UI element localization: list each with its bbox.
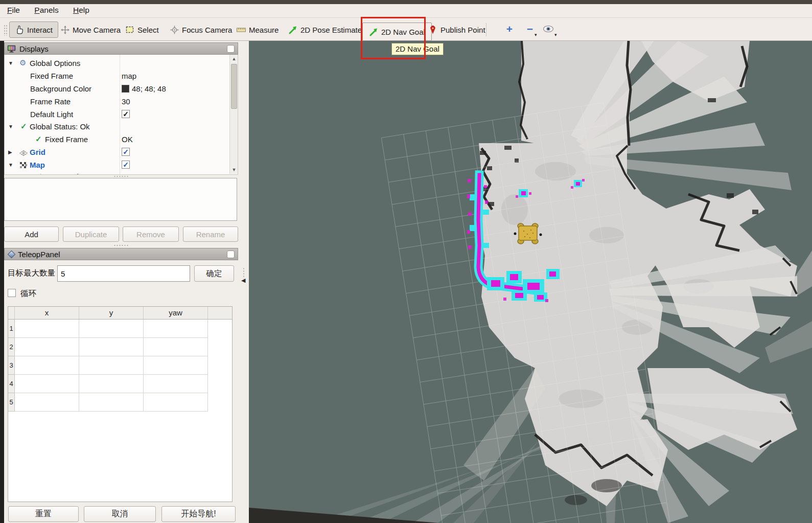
displays-panel-checkbox[interactable] (227, 45, 235, 53)
row-header[interactable]: 1 (8, 320, 15, 338)
collapse-left-icon[interactable]: ◀ (241, 277, 245, 284)
panel-title: TeleopPanel (18, 250, 60, 259)
table-cell[interactable] (79, 320, 144, 338)
tool-2d-pose-estimate[interactable]: 2D Pose Estimate (288, 24, 362, 35)
tree-label: Frame Rate (30, 97, 71, 106)
color-swatch[interactable] (122, 85, 129, 93)
table-cell[interactable] (15, 393, 79, 412)
splitter-handle[interactable] (113, 244, 129, 246)
tool-select[interactable]: Select (125, 24, 159, 35)
row-header[interactable]: 4 (8, 375, 15, 393)
table-cell[interactable] (15, 338, 79, 356)
green-arrow-icon (288, 25, 297, 34)
table-cell[interactable] (15, 356, 79, 375)
panel-splitter[interactable]: ◀ (238, 41, 249, 523)
table-cell[interactable] (79, 375, 144, 393)
table-cell[interactable] (144, 338, 208, 356)
tree-scrollbar[interactable]: ▲ ▼ (229, 55, 238, 174)
teleop-panel-icon (8, 250, 16, 258)
column-header-y[interactable]: y (79, 307, 144, 319)
loop-checkbox[interactable] (8, 289, 16, 297)
grid-checkbox[interactable]: ✓ (122, 148, 130, 156)
tree-row-frame-rate[interactable]: Frame Rate 30 (5, 96, 229, 108)
waypoint-table: x y yaw 1 2 3 4 5 (8, 306, 233, 502)
toolbar-drag-handle[interactable] (4, 25, 7, 36)
menu-help[interactable]: Help (68, 4, 95, 16)
expand-arrow-icon[interactable]: ▼ (8, 60, 13, 66)
tool-focus-camera[interactable]: Focus Camera (170, 24, 232, 35)
duplicate-button[interactable]: Duplicate (63, 226, 119, 242)
displays-panel-header[interactable]: Displays (4, 42, 238, 55)
remove-button[interactable]: Remove (123, 226, 179, 242)
tool-interact[interactable]: Interact (9, 21, 58, 38)
tree-value[interactable]: 30 (122, 97, 130, 106)
scroll-down-button[interactable]: ▼ (230, 166, 238, 174)
expand-arrow-icon[interactable]: ▼ (8, 124, 13, 129)
robot-side-dot (540, 234, 542, 236)
row-header[interactable]: 3 (8, 356, 15, 375)
green-arrow-icon (369, 27, 378, 36)
tree-row-global-status[interactable]: ▼ ✓ Global Status: Ok (5, 121, 229, 133)
expand-arrow-icon[interactable]: ▶ (24, 174, 28, 175)
scroll-up-button[interactable]: ▲ (230, 55, 238, 63)
table-cell[interactable] (144, 320, 208, 338)
tool-move-camera[interactable]: Move Camera (60, 24, 121, 35)
tree-row-fixed-frame[interactable]: Fixed Frame map (5, 71, 229, 83)
default-light-checkbox[interactable]: ✓ (122, 110, 130, 118)
rename-button[interactable]: Rename (183, 226, 238, 242)
reset-button[interactable]: 重置 (8, 506, 79, 522)
corner-header[interactable] (8, 307, 15, 319)
table-cell[interactable] (144, 375, 208, 393)
tree-row-fixed-frame-status[interactable]: ✓ Fixed Frame OK (5, 134, 229, 146)
tool-label: 2D Pose Estimate (300, 26, 362, 34)
tree-row-background-color[interactable]: Background Color 48; 48; 48 (5, 83, 229, 96)
visibility-button[interactable] (543, 24, 554, 35)
add-tool-button[interactable]: + (504, 24, 515, 35)
table-cell[interactable] (144, 356, 208, 375)
tree-value[interactable]: map (122, 72, 136, 80)
map-checkbox[interactable]: ✓ (122, 161, 130, 169)
tree-value[interactable]: 48; 48; 48 (122, 84, 166, 93)
tree-row-grid[interactable]: ▶ Grid ✓ (5, 147, 229, 159)
menu-file[interactable]: File (2, 4, 25, 16)
grid-display-icon (19, 149, 28, 157)
dropdown-arrow-icon[interactable]: ▾ (535, 32, 537, 37)
row-header[interactable]: 5 (8, 393, 15, 412)
tree-row-global-options[interactable]: ▼ ⚙ Global Options (5, 58, 229, 70)
start-navigation-button[interactable]: 开始导航! (161, 506, 236, 522)
column-header-yaw[interactable]: yaw (144, 307, 208, 319)
3d-viewport[interactable] (249, 41, 812, 523)
tree-label: Grid (30, 148, 45, 156)
nav-goal-tooltip: 2D Nav Goal (391, 43, 444, 55)
tree-value: OK (122, 135, 133, 144)
confirm-button[interactable]: 确定 (194, 265, 234, 282)
tree-row-map[interactable]: ▼ Map ✓ (5, 160, 229, 172)
max-goal-input[interactable] (57, 265, 190, 282)
tree-row-default-light[interactable]: Default Light ✓ (5, 109, 229, 121)
table-cell[interactable] (79, 393, 144, 412)
tree-label: Global Status: Ok (30, 122, 90, 131)
row-header[interactable]: 2 (8, 338, 15, 356)
scrollbar-thumb[interactable] (231, 64, 237, 109)
table-cell[interactable] (15, 320, 79, 338)
column-header-x[interactable]: x (15, 307, 79, 319)
table-cell[interactable] (79, 338, 144, 356)
tool-publish-point[interactable]: Publish Point (428, 24, 485, 35)
expand-arrow-icon[interactable]: ▶ (8, 149, 12, 155)
loop-label: 循环 (20, 288, 36, 299)
menu-panels[interactable]: Panels (29, 4, 63, 16)
tool-2d-nav-goal[interactable]: 2D Nav Goal (362, 22, 432, 41)
add-button[interactable]: Add (4, 226, 59, 242)
table-cell[interactable] (79, 356, 144, 375)
teleop-panel-header[interactable]: TeleopPanel (4, 248, 238, 260)
remove-tool-button[interactable]: − (524, 24, 536, 35)
teleop-panel-checkbox[interactable] (227, 251, 235, 258)
splitter-handle[interactable] (113, 175, 129, 177)
table-cell[interactable] (144, 393, 208, 412)
table-cell[interactable] (15, 375, 79, 393)
cancel-button[interactable]: 取消 (84, 506, 156, 522)
tree-row-map-status[interactable]: ▶ ✓ Status: Ok (5, 171, 229, 175)
tool-measure[interactable]: Measure (237, 24, 279, 35)
expand-arrow-icon[interactable]: ▼ (8, 162, 13, 168)
dropdown-arrow-icon[interactable]: ▾ (554, 32, 557, 37)
